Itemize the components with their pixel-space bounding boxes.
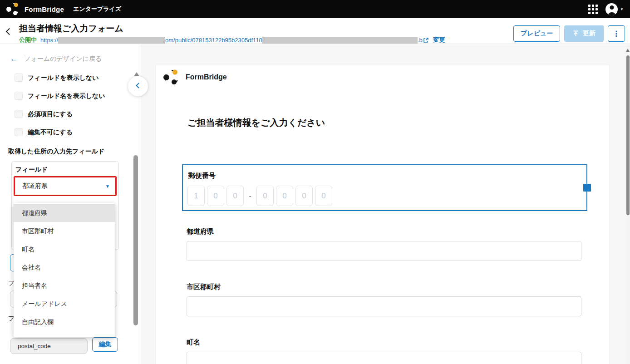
prefecture-input[interactable]: [187, 241, 581, 261]
back-to-design-link[interactable]: ← フォームのデザインに戻る: [10, 54, 102, 64]
checkbox-label: フィールドを表示しない: [28, 74, 99, 82]
postal-digit-input[interactable]: 0: [315, 186, 332, 206]
public-url-middle[interactable]: om/public/078153122b95b2305df110: [165, 37, 262, 44]
update-button-label: 更新: [583, 30, 596, 38]
status-badge: 公開中: [19, 36, 37, 44]
chevron-down-icon: ▼: [105, 184, 110, 189]
back-arrow-icon: ←: [10, 54, 18, 64]
update-button[interactable]: 更新: [564, 25, 604, 42]
more-options-button[interactable]: ⋮: [608, 25, 625, 42]
back-chevron-icon[interactable]: [6, 28, 13, 35]
checkbox-required[interactable]: 必須項目にする: [15, 110, 73, 118]
city-label: 市区郡町村: [187, 283, 221, 291]
window-scrollbar-thumb[interactable]: [626, 55, 630, 215]
postal-code-label: 郵便番号: [188, 172, 216, 180]
town-label: 町名: [187, 338, 200, 347]
checkbox-icon[interactable]: [15, 110, 23, 118]
formbridge-logo-icon: [163, 69, 180, 85]
url-redaction-block: [58, 37, 165, 44]
apps-grid-icon[interactable]: [588, 5, 598, 14]
preview-button[interactable]: プレビュー: [513, 25, 560, 42]
field-code-input[interactable]: [10, 338, 88, 354]
postal-digit-input[interactable]: 0: [207, 186, 224, 206]
postal-digit-row: 1 0 0 - 0 0 0 0: [187, 186, 335, 206]
edition-badge: エンタープライズ: [73, 5, 121, 13]
town-input[interactable]: [187, 352, 581, 364]
back-link-label: フォームのデザインに戻る: [24, 55, 102, 63]
dropdown-option-shikugunchoson[interactable]: 市区郡町村: [14, 222, 115, 240]
public-url-row: 公開中 https:// om/public/078153122b95b2305…: [19, 36, 445, 44]
form-brand-row: FormBridge: [163, 69, 227, 85]
checkbox-label: 必須項目にする: [28, 110, 73, 118]
public-url-prefix[interactable]: https://: [40, 37, 58, 44]
collapse-sidebar-button[interactable]: [128, 76, 148, 96]
checkbox-label: 編集不可にする: [28, 128, 73, 136]
edit-field-code-button[interactable]: 編集: [92, 337, 118, 352]
form-header: 担当者情報ご入力フォーム 公開中 https:// om/public/0781…: [0, 18, 630, 44]
checkbox-hide-field[interactable]: フィールドを表示しない: [15, 74, 99, 82]
city-input[interactable]: [187, 296, 581, 316]
dropdown-option-tantoshamei[interactable]: 担当者名: [14, 276, 115, 295]
checkbox-readonly[interactable]: 編集不可にする: [15, 128, 73, 136]
field-select[interactable]: 都道府県 ▼: [14, 176, 117, 196]
upload-icon: [572, 30, 579, 37]
top-app-bar: FormBridge エンタープライズ ▼: [0, 0, 630, 18]
account-menu[interactable]: ▼: [605, 3, 624, 15]
dropdown-option-todofuken[interactable]: 都道府県: [14, 204, 115, 222]
postal-digit-input[interactable]: 1: [187, 186, 205, 206]
form-preview-area: FormBridge ご担当者様情報をご入力ください 郵便番号 1 0 0 - …: [141, 44, 630, 364]
field-select-label: フィールド: [15, 166, 48, 174]
sidebar-scrollbar-thumb[interactable]: [133, 155, 138, 325]
postal-code-field-selected[interactable]: 郵便番号 1 0 0 - 0 0 0 0: [182, 164, 587, 211]
public-url-suffix[interactable]: .b: [418, 37, 423, 44]
postal-digit-input[interactable]: 0: [256, 186, 274, 206]
page-title: 担当者情報ご入力フォーム: [19, 23, 123, 34]
form-brand-name: FormBridge: [186, 73, 227, 81]
checkbox-label: フィールド名を表示しない: [28, 92, 105, 100]
brand-name: FormBridge: [25, 5, 64, 13]
prefecture-label: 都道府県: [187, 227, 214, 236]
selection-resize-handle[interactable]: [583, 184, 591, 192]
chevron-left-icon: [136, 83, 142, 89]
destination-fields-heading: 取得した住所の入力先フィールド: [8, 148, 104, 156]
sidebar-scroll-up-arrow[interactable]: [134, 72, 139, 76]
form-preview-card: FormBridge ご担当者様情報をご入力ください 郵便番号 1 0 0 - …: [156, 65, 610, 364]
checkbox-icon[interactable]: [15, 74, 23, 82]
postal-digit-input[interactable]: 0: [276, 186, 293, 206]
formbridge-logo-icon: [6, 2, 20, 16]
form-heading: ご担当者様情報をご入力ください: [187, 117, 325, 129]
caret-down-icon: ▼: [620, 7, 624, 11]
postal-digit-input[interactable]: 0: [295, 186, 313, 206]
dropdown-option-kaishamei[interactable]: 会社名: [14, 258, 115, 276]
checkbox-hide-field-name[interactable]: フィールド名を表示しない: [15, 92, 105, 100]
window-scroll-up-arrow[interactable]: [626, 49, 630, 52]
app-window: FormBridge エンタープライズ ▼ 担当者情報ご入力フォーム 公開中 h…: [0, 0, 630, 364]
account-icon[interactable]: [605, 3, 618, 15]
settings-sidebar: ← フォームのデザインに戻る フィールドを表示しない フィールド名を表示しない …: [0, 44, 141, 364]
postal-separator: -: [246, 192, 254, 200]
url-redaction-block: [262, 37, 418, 44]
change-url-link[interactable]: 変更: [433, 36, 445, 44]
checkbox-icon[interactable]: [15, 92, 23, 100]
dropdown-option-chomei[interactable]: 町名: [14, 240, 115, 258]
field-dropdown-panel: 都道府県 市区郡町村 町名 会社名 担当者名 メールアドレス 自由記入欄: [14, 203, 115, 337]
dropdown-option-jiyukinyuran[interactable]: 自由記入欄: [14, 313, 115, 331]
external-link-icon[interactable]: [423, 37, 429, 43]
checkbox-icon[interactable]: [15, 128, 23, 136]
postal-digit-input[interactable]: 0: [226, 186, 244, 206]
dropdown-option-mailaddress[interactable]: メールアドレス: [14, 295, 115, 313]
field-select-value: 都道府県: [22, 182, 48, 190]
